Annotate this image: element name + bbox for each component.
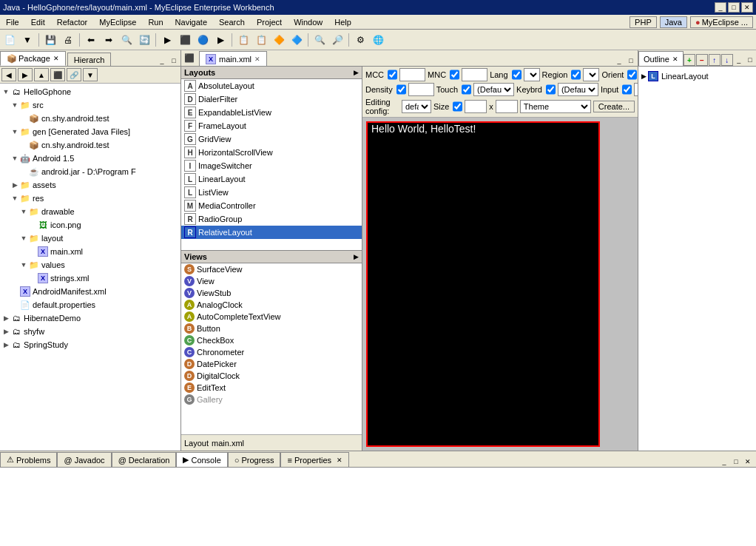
tree-layout[interactable]: ▼ 📁 layout [1, 232, 179, 245]
views-list[interactable]: S SurfaceView V View V ViewStub A Analog… [181, 263, 362, 434]
package-tab-close[interactable]: ✕ [53, 55, 59, 62]
layout-item-mediacontroller[interactable]: M MediaController [181, 199, 362, 212]
myeclipse-button[interactable]: ● MyEclipse ... [690, 16, 753, 28]
menu-window[interactable]: Window [291, 17, 325, 27]
properties-close[interactable]: ✕ [337, 456, 342, 464]
create-button[interactable]: Create... [593, 101, 635, 112]
editor-tab-close[interactable]: ✕ [254, 55, 260, 63]
tb-btn-14[interactable]: 🔷 [288, 32, 305, 48]
touch-checkbox[interactable] [462, 84, 471, 95]
tree-drawable[interactable]: ▼ 📁 drawable [1, 205, 179, 218]
menu-edit[interactable]: Edit [28, 17, 48, 27]
layout-item-radiogroup[interactable]: R RadioGroup [181, 212, 362, 226]
view-item-analogclock[interactable]: A AnalogClock [181, 299, 362, 311]
layout-item-linearlayout[interactable]: L LinearLayout [181, 172, 362, 186]
keybd-checkbox[interactable] [546, 84, 556, 95]
tb-btn-16[interactable]: 🔎 [329, 32, 345, 48]
mnc-checkbox[interactable] [450, 70, 459, 80]
tree-stringsxml[interactable]: X strings.xml [1, 272, 179, 285]
tb-btn-8[interactable]: ⬛ [177, 32, 193, 48]
tb-btn-13[interactable]: 🔶 [271, 32, 287, 48]
view-item-chronometer[interactable]: C Chronometer [181, 346, 362, 358]
layout-item-relativelayout[interactable]: R RelativeLayout [181, 226, 362, 239]
tree-iconpng[interactable]: 🖼 icon.png [1, 218, 179, 232]
layout-item-listview[interactable]: L ListView [181, 186, 362, 199]
layouts-expand-icon[interactable]: ▶ [354, 69, 359, 76]
problems-tab[interactable]: ⚠ Problems [0, 452, 57, 467]
layout-item-absolutelayout[interactable]: A AbsoluteLayout [181, 79, 362, 92]
bottom-min-button[interactable]: _ [719, 456, 729, 467]
layout-file-label[interactable]: main.xml [212, 439, 244, 448]
view-item-gallery[interactable]: G Gallery [181, 394, 362, 405]
outline-down-button[interactable]: ↓ [721, 54, 733, 66]
menu-arrow-button[interactable]: ▼ [83, 68, 98, 81]
tb-btn-2[interactable]: ▼ [19, 32, 36, 48]
editor-tab-mainxml[interactable]: X main.xml ✕ [199, 51, 267, 66]
view-item-checkbox[interactable]: C CheckBox [181, 334, 362, 346]
tree-pkg-2[interactable]: 📦 cn.shy.android.test [1, 138, 179, 152]
progress-tab[interactable]: ○ Progress [228, 452, 281, 467]
new-button[interactable]: 📄 [1, 32, 18, 48]
orient-checkbox[interactable] [627, 70, 637, 80]
size-checkbox[interactable] [453, 101, 462, 112]
outline-tab[interactable]: Outline ✕ [638, 51, 684, 66]
maximize-panel-button[interactable]: □ [169, 55, 179, 66]
view-item-edittext[interactable]: E EditText [181, 382, 362, 394]
layout-item-gridview[interactable]: G GridView [181, 132, 362, 146]
tree-manifest[interactable]: X AndroidManifest.xml [1, 285, 179, 298]
tree-default-props[interactable]: 📄 default.properties [1, 298, 179, 311]
tb-btn-7[interactable]: ▶ [159, 32, 175, 48]
menu-run[interactable]: Run [145, 17, 166, 27]
tb-btn-10[interactable]: ▶ [212, 32, 229, 48]
package-tree[interactable]: ▼ 🗂 HelloGphone ▼ 📁 src 📦 cn.shy.android… [0, 84, 180, 451]
collapse-button[interactable]: ⬛ [50, 68, 65, 81]
hierarchy-tab[interactable]: Hierarch [67, 53, 112, 66]
mnc-input[interactable] [462, 68, 487, 81]
mcc-input[interactable] [399, 68, 425, 81]
menu-refactor[interactable]: Refactor [54, 17, 91, 27]
tree-hibernatedemo[interactable]: ▶ 🗂 HibernateDemo [1, 311, 179, 325]
properties-tab[interactable]: ≡ Properties ✕ [280, 452, 349, 467]
tree-values[interactable]: ▼ 📁 values [1, 258, 179, 272]
lang-checkbox[interactable] [512, 70, 522, 80]
view-item-digitalclock[interactable]: D DigitalClock [181, 370, 362, 382]
minimize-panel-button[interactable]: _ [157, 55, 167, 66]
tb-btn-6[interactable]: 🔄 [136, 32, 152, 48]
region-checkbox[interactable] [571, 70, 581, 80]
density-input[interactable] [408, 83, 434, 96]
close-button[interactable]: ✕ [741, 2, 753, 13]
tb-btn-9[interactable]: 🔵 [195, 32, 211, 48]
outline-tab-close[interactable]: ✕ [672, 55, 678, 63]
window-controls[interactable]: _ □ ✕ [715, 2, 753, 13]
view-item-datepicker[interactable]: D DatePicker [181, 358, 362, 370]
outline-add-button[interactable]: + [684, 54, 695, 66]
mcc-checkbox[interactable] [388, 70, 397, 80]
link-button[interactable]: 🔗 [67, 68, 81, 81]
tree-shyfw[interactable]: ▶ 🗂 shyfw [1, 325, 179, 338]
menu-search[interactable]: Search [216, 17, 248, 27]
forward-button[interactable]: ▶ [18, 68, 33, 81]
minimize-button[interactable]: _ [715, 2, 726, 13]
declaration-tab[interactable]: @ Declaration [112, 452, 177, 467]
outline-max-button[interactable]: □ [745, 55, 755, 65]
layout-item-expandablelistview[interactable]: E ExpandableListView [181, 106, 362, 119]
package-tab[interactable]: 📦 Package ✕ [0, 51, 66, 66]
views-expand-icon[interactable]: ▶ [354, 253, 359, 260]
save-button[interactable]: 💾 [42, 32, 58, 48]
layout-item-imageswitcher[interactable]: I ImageSwitcher [181, 159, 362, 172]
menu-help[interactable]: Help [331, 17, 354, 27]
tree-assets[interactable]: ▶ 📁 assets [1, 178, 179, 192]
tree-pkg-1[interactable]: 📦 cn.shy.android.test [1, 112, 179, 125]
tree-springstudy[interactable]: ▶ 🗂 SpringStudy [1, 338, 179, 351]
tree-src[interactable]: ▼ 📁 src [1, 98, 179, 112]
menu-file[interactable]: File [3, 17, 22, 27]
tb-btn-18[interactable]: 🌐 [370, 32, 386, 48]
php-perspective-button[interactable]: PHP [630, 16, 657, 28]
tree-android15[interactable]: ▼ 🤖 Android 1.5 [1, 152, 179, 165]
editor-max-button[interactable]: □ [626, 55, 636, 66]
tree-gen[interactable]: ▼ 📁 gen [Generated Java Files] [1, 125, 179, 138]
tb-btn-12[interactable]: 📋 [253, 32, 269, 48]
density-checkbox[interactable] [396, 84, 406, 95]
theme-select[interactable]: Theme [520, 100, 591, 113]
editing-select[interactable]: defau [402, 100, 431, 113]
